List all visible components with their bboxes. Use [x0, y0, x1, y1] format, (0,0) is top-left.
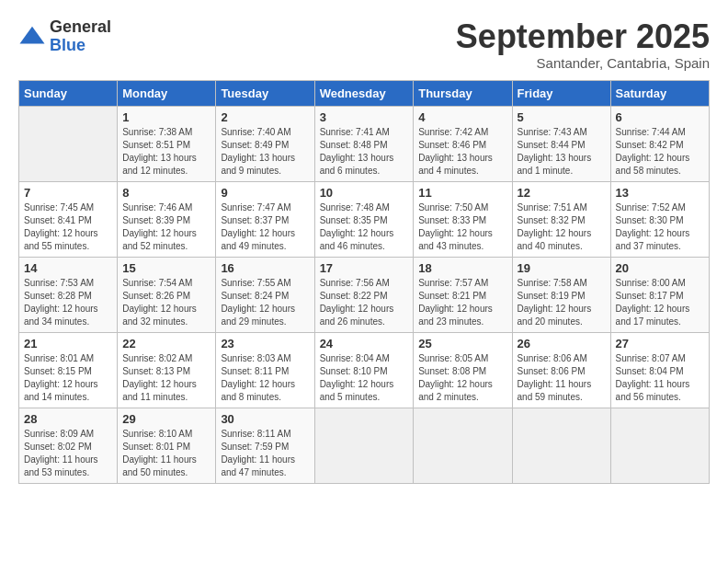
day-number: 29: [122, 412, 210, 426]
day-info: Sunrise: 7:55 AM Sunset: 8:24 PM Dayligh…: [221, 277, 309, 328]
day-number: 28: [24, 412, 112, 426]
calendar-week-row: 28Sunrise: 8:09 AM Sunset: 8:02 PM Dayli…: [19, 408, 710, 483]
calendar-cell: 5Sunrise: 7:43 AM Sunset: 8:44 PM Daylig…: [512, 106, 610, 181]
day-info: Sunrise: 8:09 AM Sunset: 8:02 PM Dayligh…: [24, 428, 112, 479]
column-header-friday: Friday: [512, 80, 610, 106]
calendar-header-row: SundayMondayTuesdayWednesdayThursdayFrid…: [19, 80, 710, 106]
calendar-cell: 27Sunrise: 8:07 AM Sunset: 8:04 PM Dayli…: [610, 332, 709, 408]
day-info: Sunrise: 7:38 AM Sunset: 8:51 PM Dayligh…: [122, 126, 210, 178]
day-info: Sunrise: 7:57 AM Sunset: 8:21 PM Dayligh…: [418, 277, 506, 328]
calendar-cell: 25Sunrise: 8:05 AM Sunset: 8:08 PM Dayli…: [414, 332, 512, 408]
day-info: Sunrise: 8:03 AM Sunset: 8:11 PM Dayligh…: [221, 352, 309, 404]
calendar-cell: 30Sunrise: 8:11 AM Sunset: 7:59 PM Dayli…: [216, 408, 314, 483]
column-header-tuesday: Tuesday: [216, 80, 314, 106]
day-info: Sunrise: 7:50 AM Sunset: 8:33 PM Dayligh…: [418, 201, 506, 253]
day-number: 12: [518, 186, 606, 200]
day-number: 22: [122, 337, 210, 350]
calendar-cell: 29Sunrise: 8:10 AM Sunset: 8:01 PM Dayli…: [118, 408, 216, 483]
title-block: September 2025 Santander, Cantabria, Spa…: [456, 18, 710, 71]
day-number: 18: [418, 261, 506, 275]
calendar-cell: [610, 408, 709, 483]
calendar-cell: 16Sunrise: 7:55 AM Sunset: 8:24 PM Dayli…: [216, 257, 314, 332]
calendar-cell: 7Sunrise: 7:45 AM Sunset: 8:41 PM Daylig…: [19, 181, 118, 257]
day-number: 6: [616, 110, 704, 124]
logo-text: General Blue: [50, 18, 111, 55]
day-info: Sunrise: 7:41 AM Sunset: 8:48 PM Dayligh…: [320, 126, 409, 178]
calendar-cell: 3Sunrise: 7:41 AM Sunset: 8:48 PM Daylig…: [314, 106, 414, 181]
day-number: 10: [320, 186, 409, 200]
day-info: Sunrise: 7:43 AM Sunset: 8:44 PM Dayligh…: [518, 126, 606, 178]
day-number: 2: [221, 110, 309, 124]
day-info: Sunrise: 7:58 AM Sunset: 8:19 PM Dayligh…: [518, 277, 606, 328]
day-number: 13: [616, 186, 704, 200]
calendar-cell: [19, 106, 118, 181]
day-info: Sunrise: 7:47 AM Sunset: 8:37 PM Dayligh…: [221, 201, 309, 253]
calendar-cell: [314, 408, 414, 483]
calendar-cell: 23Sunrise: 8:03 AM Sunset: 8:11 PM Dayli…: [216, 332, 314, 408]
calendar-cell: [512, 408, 610, 483]
day-info: Sunrise: 7:51 AM Sunset: 8:32 PM Dayligh…: [518, 201, 606, 253]
day-number: 26: [518, 337, 606, 350]
day-number: 27: [616, 337, 704, 350]
day-number: 11: [418, 186, 506, 200]
calendar-cell: 9Sunrise: 7:47 AM Sunset: 8:37 PM Daylig…: [216, 181, 314, 257]
calendar-cell: 28Sunrise: 8:09 AM Sunset: 8:02 PM Dayli…: [19, 408, 118, 483]
calendar-cell: 11Sunrise: 7:50 AM Sunset: 8:33 PM Dayli…: [414, 181, 512, 257]
day-info: Sunrise: 8:10 AM Sunset: 8:01 PM Dayligh…: [122, 428, 210, 479]
day-number: 30: [221, 412, 309, 426]
logo-blue: Blue: [50, 37, 111, 55]
day-number: 1: [122, 110, 210, 124]
calendar-table: SundayMondayTuesdayWednesdayThursdayFrid…: [18, 80, 710, 484]
day-info: Sunrise: 7:48 AM Sunset: 8:35 PM Dayligh…: [320, 201, 409, 253]
calendar-cell: 24Sunrise: 8:04 AM Sunset: 8:10 PM Dayli…: [314, 332, 414, 408]
day-number: 23: [221, 337, 309, 350]
calendar-cell: 4Sunrise: 7:42 AM Sunset: 8:46 PM Daylig…: [414, 106, 512, 181]
day-number: 25: [418, 337, 506, 350]
day-number: 5: [518, 110, 606, 124]
calendar-cell: 17Sunrise: 7:56 AM Sunset: 8:22 PM Dayli…: [314, 257, 414, 332]
day-info: Sunrise: 8:07 AM Sunset: 8:04 PM Dayligh…: [616, 352, 704, 404]
calendar-cell: 12Sunrise: 7:51 AM Sunset: 8:32 PM Dayli…: [512, 181, 610, 257]
svg-marker-0: [20, 27, 45, 44]
calendar-cell: 6Sunrise: 7:44 AM Sunset: 8:42 PM Daylig…: [610, 106, 709, 181]
column-header-sunday: Sunday: [19, 80, 118, 106]
day-number: 16: [221, 261, 309, 275]
calendar-week-row: 21Sunrise: 8:01 AM Sunset: 8:15 PM Dayli…: [19, 332, 710, 408]
calendar-cell: 10Sunrise: 7:48 AM Sunset: 8:35 PM Dayli…: [314, 181, 414, 257]
day-info: Sunrise: 7:52 AM Sunset: 8:30 PM Dayligh…: [616, 201, 704, 253]
day-number: 7: [24, 186, 112, 200]
day-number: 9: [221, 186, 309, 200]
calendar-cell: 14Sunrise: 7:53 AM Sunset: 8:28 PM Dayli…: [19, 257, 118, 332]
calendar-cell: [414, 408, 512, 483]
column-header-wednesday: Wednesday: [314, 80, 414, 106]
day-info: Sunrise: 7:42 AM Sunset: 8:46 PM Dayligh…: [418, 126, 506, 178]
calendar-cell: 1Sunrise: 7:38 AM Sunset: 8:51 PM Daylig…: [118, 106, 216, 181]
day-info: Sunrise: 7:45 AM Sunset: 8:41 PM Dayligh…: [24, 201, 112, 253]
day-info: Sunrise: 7:44 AM Sunset: 8:42 PM Dayligh…: [616, 126, 704, 178]
day-number: 20: [616, 261, 704, 275]
day-info: Sunrise: 8:02 AM Sunset: 8:13 PM Dayligh…: [122, 352, 210, 404]
calendar-week-row: 1Sunrise: 7:38 AM Sunset: 8:51 PM Daylig…: [19, 106, 710, 181]
calendar-cell: 22Sunrise: 8:02 AM Sunset: 8:13 PM Dayli…: [118, 332, 216, 408]
calendar-cell: 2Sunrise: 7:40 AM Sunset: 8:49 PM Daylig…: [216, 106, 314, 181]
column-header-thursday: Thursday: [414, 80, 512, 106]
calendar-week-row: 7Sunrise: 7:45 AM Sunset: 8:41 PM Daylig…: [19, 181, 710, 257]
day-number: 19: [518, 261, 606, 275]
day-info: Sunrise: 7:40 AM Sunset: 8:49 PM Dayligh…: [221, 126, 309, 178]
day-number: 3: [320, 110, 409, 124]
day-number: 21: [24, 337, 112, 350]
logo-icon: [18, 23, 46, 51]
day-info: Sunrise: 7:56 AM Sunset: 8:22 PM Dayligh…: [320, 277, 409, 328]
day-info: Sunrise: 7:54 AM Sunset: 8:26 PM Dayligh…: [122, 277, 210, 328]
day-number: 8: [122, 186, 210, 200]
calendar-week-row: 14Sunrise: 7:53 AM Sunset: 8:28 PM Dayli…: [19, 257, 710, 332]
location-subtitle: Santander, Cantabria, Spain: [456, 55, 710, 71]
day-number: 14: [24, 261, 112, 275]
day-number: 17: [320, 261, 409, 275]
calendar-cell: 21Sunrise: 8:01 AM Sunset: 8:15 PM Dayli…: [19, 332, 118, 408]
calendar-cell: 26Sunrise: 8:06 AM Sunset: 8:06 PM Dayli…: [512, 332, 610, 408]
calendar-cell: 13Sunrise: 7:52 AM Sunset: 8:30 PM Dayli…: [610, 181, 709, 257]
day-number: 24: [320, 337, 409, 350]
calendar-cell: 20Sunrise: 8:00 AM Sunset: 8:17 PM Dayli…: [610, 257, 709, 332]
day-info: Sunrise: 8:11 AM Sunset: 7:59 PM Dayligh…: [221, 428, 309, 479]
